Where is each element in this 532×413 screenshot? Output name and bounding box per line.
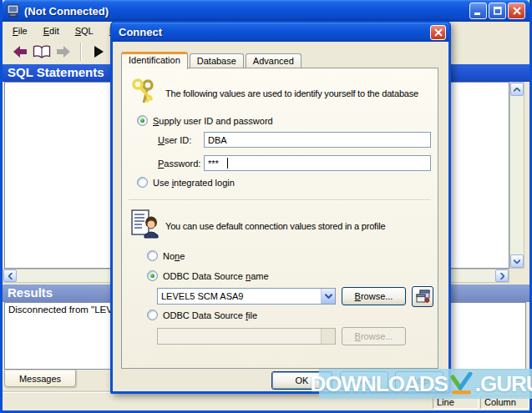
user-id-input[interactable]	[204, 132, 431, 148]
results-text: Disconnected from "LEVEL	[8, 305, 124, 315]
scroll-up-icon[interactable]	[510, 83, 524, 96]
radio-none[interactable]: None	[147, 250, 185, 261]
tab-database[interactable]: Database	[190, 53, 244, 68]
radio-odbc-name-label: ODBC Data Source name	[163, 271, 269, 281]
radio-integrated-icon[interactable]	[137, 177, 148, 188]
radio-integrated-label: Use integrated login	[153, 178, 235, 188]
scroll-left-icon[interactable]	[3, 269, 17, 282]
chevron-down-icon[interactable]	[321, 289, 335, 304]
radio-odbc-name-icon[interactable]	[147, 270, 158, 281]
browse-button-label: Browse...	[355, 291, 393, 301]
menu-edit[interactable]: Edit	[41, 25, 62, 37]
window-titlebar: (Not Connected)	[3, 0, 529, 22]
profile-caption: You can use default connection values st…	[165, 221, 434, 231]
browse-file-button: Browse...	[342, 327, 406, 345]
radio-none-icon[interactable]	[147, 250, 158, 261]
dialog-body: Identification Database Advanced	[113, 42, 448, 390]
browse-file-button-label: Browse...	[355, 331, 393, 341]
connect-dialog: Connect Identification Database Advanced	[110, 21, 451, 394]
maximize-button[interactable]	[489, 3, 506, 19]
radio-supply-icon[interactable]	[137, 115, 148, 126]
tab-messages[interactable]: Messages	[4, 370, 76, 387]
odbc-file-combobox	[157, 328, 336, 345]
tab-advanced[interactable]: Advanced	[246, 53, 301, 68]
radio-odbc-file[interactable]: ODBC Data Source file	[147, 310, 257, 320]
watermark-text-left: DOWNLOADS	[310, 371, 447, 397]
radio-none-label: None	[163, 251, 185, 261]
dialog-close-icon[interactable]	[430, 25, 446, 40]
dialog-titlebar: Connect	[112, 23, 449, 42]
odbc-admin-icon	[416, 290, 430, 304]
menu-sql[interactable]: SQL	[73, 25, 96, 37]
window-title: (Not Connected)	[24, 5, 468, 18]
vertical-scrollbar[interactable]	[509, 82, 524, 269]
identification-tab-page: The following values are used to identif…	[121, 68, 438, 369]
radio-supply-user-id[interactable]: Supply user ID and password	[137, 115, 273, 126]
password-input[interactable]	[204, 155, 431, 171]
main-window: (Not Connected) File Edit SQL Data SQL S…	[0, 0, 532, 413]
chevron-down-icon-disabled	[321, 329, 335, 344]
menu-file[interactable]: File	[10, 25, 30, 37]
forward-arrow-icon[interactable]	[53, 42, 74, 62]
scroll-down-icon[interactable]	[510, 254, 524, 268]
ok-button-label: OK	[296, 375, 309, 385]
app-icon	[7, 4, 20, 18]
dialog-title: Connect	[119, 26, 162, 38]
open-book-icon[interactable]	[31, 42, 53, 62]
radio-integrated-login[interactable]: Use integrated login	[137, 177, 235, 188]
profile-document-icon	[130, 209, 159, 240]
section-divider	[129, 199, 431, 201]
download-check-icon	[450, 372, 473, 395]
back-arrow-icon[interactable]	[9, 42, 31, 62]
messages-tab-label: Messages	[19, 374, 61, 384]
dialog-tabs: Identification Database Advanced	[121, 52, 303, 68]
tab-identification[interactable]: Identification	[121, 52, 188, 69]
radio-odbc-file-icon[interactable]	[147, 310, 158, 320]
password-label: Password:	[158, 159, 200, 169]
radio-odbc-name[interactable]: ODBC Data Source name	[147, 270, 269, 281]
watermark-text-right: .GURU	[475, 371, 532, 397]
odbc-name-value: LEVEL5 SCM ASA9	[158, 289, 321, 304]
user-id-label: User ID:	[158, 135, 191, 145]
minimize-button[interactable]	[469, 3, 487, 19]
odbc-file-value	[158, 329, 321, 344]
odbc-admin-button[interactable]	[412, 286, 433, 307]
odbc-name-combobox[interactable]: LEVEL5 SCM ASA9	[157, 288, 336, 305]
watermark-banner: DOWNLOADS .GURU	[319, 369, 532, 399]
radio-supply-label: Supply user ID and password	[153, 116, 273, 126]
browse-button[interactable]: Browse...	[342, 287, 406, 305]
toolbar-separator	[80, 43, 82, 61]
run-icon[interactable]	[88, 42, 109, 62]
scroll-right-icon[interactable]	[495, 269, 509, 282]
text-caret	[227, 158, 228, 169]
radio-odbc-file-label: ODBC Data Source file	[163, 310, 257, 320]
close-icon[interactable]	[508, 3, 525, 19]
identify-caption: The following values are used to identif…	[165, 88, 434, 98]
keys-icon	[130, 78, 159, 109]
